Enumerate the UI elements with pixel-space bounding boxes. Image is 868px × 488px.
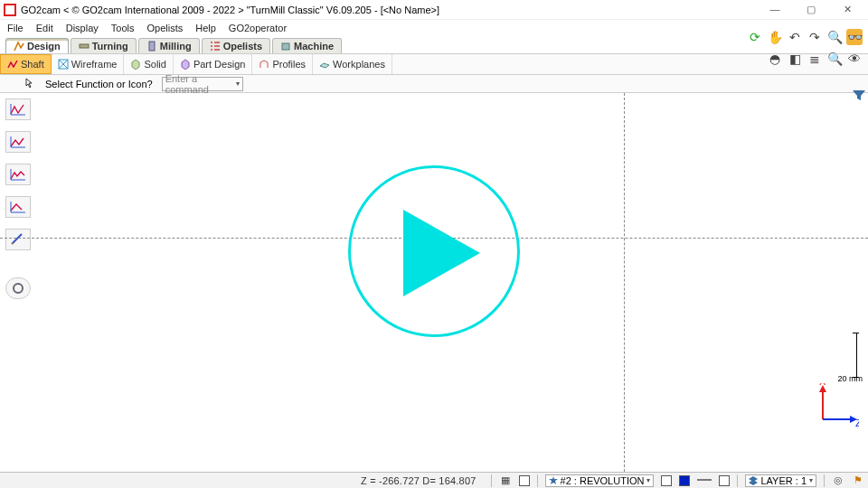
maximize-button[interactable]: ▢ — [799, 2, 823, 18]
shaft-icon — [7, 59, 18, 70]
app-icon — [4, 4, 16, 16]
separator — [537, 474, 538, 487]
solid-icon — [130, 59, 141, 70]
warning-icon[interactable]: ⚑ — [852, 474, 864, 487]
chevron-down-icon: ▾ — [236, 80, 240, 88]
subtab-part-design[interactable]: Part Design — [174, 54, 252, 74]
coordinate-system-icon: X Z — [816, 383, 859, 427]
separator — [824, 474, 825, 487]
tab-milling-label: Milling — [160, 41, 192, 52]
prompt-bar: Select Function or Icon? Enter a command… — [0, 75, 868, 93]
subtab-profiles[interactable]: Profiles — [252, 54, 313, 74]
layer-select[interactable]: LAYER : 1 ▾ — [745, 474, 816, 487]
menu-go2operator[interactable]: GO2operator — [229, 23, 287, 33]
shade-icon[interactable]: ◓ — [767, 51, 783, 67]
target-icon[interactable]: ◎ — [832, 474, 844, 487]
tab-opelists[interactable]: Opelists — [202, 38, 270, 53]
design-icon — [14, 41, 24, 52]
separator — [737, 474, 738, 487]
workplanes-icon — [319, 59, 330, 70]
milling-icon — [146, 41, 157, 52]
opelists-icon — [210, 41, 221, 52]
main-tabs: Design Turning Milling Opelists Machine — [0, 36, 868, 53]
axis-x-label: X — [819, 383, 826, 387]
layers-icon[interactable]: ≣ — [807, 51, 823, 67]
scale-bar — [850, 333, 857, 378]
revolution-label: #2 : REVOLUTION — [561, 475, 645, 486]
title-bar: GO2cam < © GO2cam International 2009 - 2… — [0, 0, 868, 20]
tab-design-label: Design — [27, 41, 61, 52]
zoom-icon[interactable]: 🔍 — [826, 29, 843, 45]
status-bar: Z = -266.727 D= 164.807 ▦ #2 : REVOLUTIO… — [0, 472, 868, 488]
tab-opelists-label: Opelists — [223, 41, 262, 52]
menu-opelists[interactable]: Opelists — [146, 23, 183, 33]
subtab-wireframe-label: Wireframe — [71, 59, 118, 70]
redo-icon[interactable]: ↷ — [807, 29, 823, 45]
subtab-workplanes[interactable]: Workplanes — [313, 54, 392, 74]
eye-icon[interactable]: 👁 — [846, 51, 863, 67]
subtab-profiles-label: Profiles — [272, 59, 306, 70]
minimize-button[interactable]: — — [763, 2, 787, 18]
grid-icon[interactable]: ▦ — [499, 474, 512, 487]
cursor-icon — [25, 78, 34, 90]
subtab-solid[interactable]: Solid — [124, 54, 173, 74]
line-color-swatch[interactable] — [679, 475, 690, 486]
tab-machine[interactable]: Machine — [272, 38, 342, 53]
machine-icon — [280, 41, 291, 52]
subtab-wireframe[interactable]: Wireframe — [52, 54, 125, 74]
tab-design[interactable]: Design — [5, 38, 69, 53]
subtab-solid-label: Solid — [144, 59, 165, 70]
command-placeholder: Enter a command — [165, 73, 236, 95]
tab-milling[interactable]: Milling — [138, 38, 200, 53]
design-toolbar: Shaft Wireframe Solid Part Design Profil… — [0, 53, 868, 75]
window-title: GO2cam < © GO2cam International 2009 - 2… — [21, 5, 763, 15]
drawing-canvas[interactable]: 20 mm X Z — [0, 93, 868, 472]
chevron-down-icon: ▾ — [809, 476, 813, 484]
view-toolbar-bottom: ◓ ◧ ≣ 🔍 👁 — [767, 51, 863, 67]
menu-tools[interactable]: Tools — [111, 23, 135, 33]
menu-display[interactable]: Display — [66, 23, 99, 33]
subtab-part-design-label: Part Design — [193, 59, 245, 70]
chevron-down-icon: ▾ — [646, 476, 650, 484]
cursor-coordinates: Z = -266.727 D= 164.807 — [361, 475, 476, 486]
close-button[interactable]: ✕ — [835, 2, 859, 18]
svg-rect-2 — [282, 43, 289, 50]
tab-machine-label: Machine — [294, 41, 334, 52]
subtab-shaft-label: Shaft — [21, 59, 44, 70]
menu-bar: File Edit Display Tools Opelists Help GO… — [0, 20, 868, 36]
binoculars-icon[interactable]: 👓 — [846, 29, 863, 45]
refresh-icon[interactable]: ⟳ — [747, 29, 763, 45]
hand-icon[interactable]: ✋ — [767, 29, 783, 45]
turning-icon — [79, 41, 90, 52]
window-controls: — ▢ ✕ — [763, 2, 859, 18]
layer-label: LAYER : 1 — [760, 475, 807, 486]
layers-icon — [749, 476, 758, 485]
part-design-icon — [180, 59, 191, 70]
view-toolbar-top: ⟳ ✋ ↶ ↷ 🔍 👓 — [747, 29, 863, 45]
fill-swatch[interactable] — [661, 475, 672, 486]
subtab-shaft[interactable]: Shaft — [0, 54, 52, 74]
vertical-axis — [624, 93, 625, 472]
undo-icon[interactable]: ↶ — [787, 29, 803, 45]
eraser-icon[interactable]: ◧ — [787, 51, 803, 67]
axis-z-label: Z — [855, 418, 859, 427]
command-select[interactable]: Enter a command ▾ — [162, 77, 243, 91]
scale-label: 20 mm — [837, 374, 863, 383]
menu-edit[interactable]: Edit — [36, 23, 53, 33]
prompt-label: Select Function or Icon? — [45, 79, 153, 89]
line-style-swatch[interactable] — [697, 474, 712, 487]
svg-rect-1 — [149, 42, 155, 51]
bg-swatch[interactable] — [519, 475, 530, 486]
svg-rect-0 — [80, 44, 89, 48]
zoom-window-icon[interactable]: 🔍 — [826, 51, 843, 67]
play-button[interactable] — [348, 165, 520, 337]
separator — [491, 474, 492, 487]
profiles-icon — [259, 59, 269, 70]
tab-turning-label: Turning — [92, 41, 128, 52]
subtab-workplanes-label: Workplanes — [333, 59, 385, 70]
menu-file[interactable]: File — [7, 23, 24, 33]
revolution-select[interactable]: #2 : REVOLUTION ▾ — [545, 474, 655, 487]
point-swatch[interactable] — [719, 475, 730, 486]
tab-turning[interactable]: Turning — [71, 38, 137, 53]
menu-help[interactable]: Help — [195, 23, 216, 33]
